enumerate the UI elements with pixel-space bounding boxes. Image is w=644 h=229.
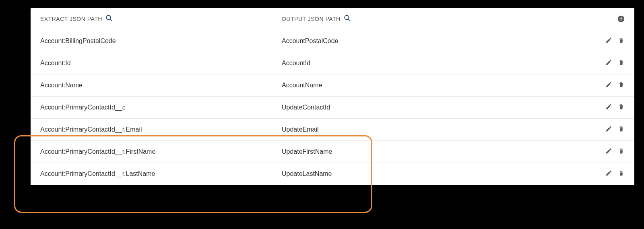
- delete-icon[interactable]: [618, 37, 625, 45]
- extract-path-value: Account:Name: [40, 82, 282, 89]
- edit-icon[interactable]: [605, 170, 612, 178]
- delete-icon[interactable]: [618, 126, 625, 134]
- search-icon[interactable]: [105, 14, 113, 23]
- output-path-value: AccountName: [282, 82, 625, 89]
- svg-point-2: [345, 15, 349, 20]
- row-actions: [605, 103, 625, 112]
- table-row: Account:Id AccountId: [31, 52, 634, 74]
- extract-path-value: Account:PrimaryContactId__c: [40, 104, 282, 111]
- delete-icon[interactable]: [618, 148, 625, 156]
- table-row: Account:PrimaryContactId__c UpdateContac…: [31, 97, 634, 119]
- table-row: Account:PrimaryContactId__r.FirstName Up…: [31, 141, 634, 163]
- table-row: Account:PrimaryContactId__r.Email Update…: [31, 119, 634, 141]
- delete-icon[interactable]: [618, 103, 625, 112]
- extract-path-value: Account:PrimaryContactId__r.LastName: [40, 170, 282, 177]
- output-path-value: UpdateEmail: [282, 126, 625, 133]
- output-path-value: UpdateContactId: [282, 104, 625, 111]
- edit-icon[interactable]: [605, 126, 612, 134]
- delete-icon[interactable]: [618, 81, 625, 90]
- table-header: EXTRACT JSON PATH OUTPUT JSON PATH: [31, 8, 634, 30]
- edit-icon[interactable]: [605, 148, 612, 156]
- edit-icon[interactable]: [605, 59, 612, 68]
- row-actions: [605, 37, 625, 45]
- output-path-value: AccountPostalCode: [282, 37, 625, 45]
- table-row: Account:PrimaryContactId__r.LastName Upd…: [31, 163, 634, 185]
- row-actions: [605, 81, 625, 90]
- svg-line-1: [110, 19, 112, 21]
- delete-icon[interactable]: [618, 170, 625, 178]
- mapping-panel: EXTRACT JSON PATH OUTPUT JSON PATH: [31, 8, 634, 185]
- table-row: Account:BillingPostalCode AccountPostalC…: [31, 30, 634, 52]
- header-extract-label: EXTRACT JSON PATH: [40, 16, 102, 22]
- header-extract-cell: EXTRACT JSON PATH: [40, 14, 282, 23]
- search-icon[interactable]: [344, 14, 351, 23]
- row-actions: [605, 148, 625, 156]
- edit-icon[interactable]: [605, 81, 612, 90]
- svg-point-0: [106, 15, 111, 20]
- delete-icon[interactable]: [618, 59, 625, 68]
- extract-path-value: Account:BillingPostalCode: [40, 37, 282, 45]
- extract-path-value: Account:PrimaryContactId__r.Email: [40, 126, 282, 133]
- output-path-value: AccountId: [282, 60, 625, 67]
- edit-icon[interactable]: [605, 103, 612, 112]
- table-row: Account:Name AccountName: [31, 74, 634, 97]
- output-path-value: UpdateLastName: [282, 170, 625, 177]
- extract-path-value: Account:PrimaryContactId__r.FirstName: [40, 148, 282, 155]
- row-actions: [605, 126, 625, 134]
- svg-line-3: [348, 19, 350, 21]
- output-path-value: UpdateFirstName: [282, 148, 625, 155]
- header-output-label: OUTPUT JSON PATH: [282, 16, 341, 22]
- add-row-button[interactable]: [617, 15, 625, 23]
- edit-icon[interactable]: [605, 37, 612, 45]
- svg-rect-6: [619, 19, 623, 19]
- header-output-cell: OUTPUT JSON PATH: [282, 14, 625, 23]
- row-actions: [605, 59, 625, 68]
- row-actions: [605, 170, 625, 178]
- extract-path-value: Account:Id: [40, 60, 282, 67]
